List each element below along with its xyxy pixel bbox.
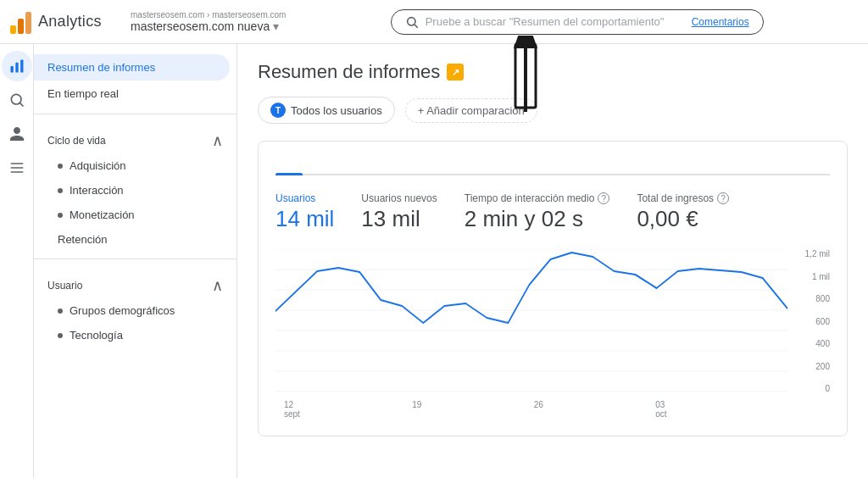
- users-filter-chip[interactable]: T Todos los usuarios: [258, 97, 395, 124]
- sidebar-item-adquisicion[interactable]: Adquisición: [34, 153, 236, 178]
- nav-icon-audience[interactable]: [2, 119, 32, 149]
- sidebar-section-label-text: Ciclo de vida: [47, 135, 106, 147]
- svg-point-0: [407, 17, 415, 25]
- search-input-placeholder[interactable]: Pruebe a buscar "Resumen del comportamie…: [426, 15, 685, 28]
- y-label-800: 800: [792, 294, 830, 303]
- x-label-day: 12: [284, 400, 293, 409]
- page-header: Resumen de informes ↗: [258, 61, 848, 83]
- y-label-0: 0: [792, 384, 830, 393]
- x-label-day: 26: [534, 400, 543, 409]
- bullet-icon: [58, 308, 63, 314]
- x-label-month: oct: [655, 409, 666, 419]
- metric-usuarios: Usuarios 14 mil: [275, 192, 334, 232]
- nav-icon-reports[interactable]: [2, 51, 32, 81]
- breadcrumb-bottom: masterseosem.com nueva ▾: [131, 19, 286, 33]
- bullet-icon: [58, 164, 63, 169]
- sidebar-sub-item-label: Adquisición: [70, 159, 126, 172]
- metric-label-usuarios: Usuarios: [275, 192, 334, 204]
- metrics-tabs: [275, 158, 830, 175]
- add-comparison-label: + Añadir comparación: [418, 104, 525, 117]
- sidebar-item-resumen-informes[interactable]: Resumen de informes: [34, 54, 230, 81]
- chart-area: [275, 249, 787, 393]
- chart-line: [275, 253, 787, 323]
- metric-label-usuarios-nuevos: Usuarios nuevos: [361, 192, 437, 204]
- metric-value-ingresos: 0,00 €: [637, 206, 729, 232]
- nav-icon-menu[interactable]: [2, 153, 32, 183]
- metric-value-usuarios: 14 mil: [275, 206, 334, 232]
- sidebar-sub-item-label: Tecnología: [70, 329, 123, 342]
- filter-bar: T Todos los usuarios + Añadir comparació…: [258, 97, 848, 124]
- sidebar-item-label: En tiempo real: [47, 87, 119, 100]
- sidebar-sub-item-label: Grupos demográficos: [70, 304, 175, 317]
- svg-line-1: [415, 25, 418, 28]
- analytics-logo-icon: [10, 10, 31, 34]
- x-label-day: 19: [412, 400, 421, 409]
- nav-icons-bar: [0, 44, 34, 478]
- breadcrumb-site: masterseosem.com nueva: [131, 19, 270, 33]
- svg-rect-11: [10, 167, 23, 169]
- svg-rect-12: [10, 171, 23, 173]
- sidebar-divider-1: [34, 114, 236, 114]
- sidebar-item-monetizacion[interactable]: Monetización: [34, 203, 236, 227]
- y-label-1200: 1,2 mil: [792, 249, 830, 258]
- metric-label-ingresos: Total de ingresos ?: [637, 192, 729, 204]
- logo-area: Analytics: [10, 10, 120, 34]
- metric-label-tiempo: Tiempo de interacción medio ?: [465, 192, 610, 204]
- x-label-03-oct: 03 oct: [655, 400, 666, 419]
- chart-y-labels: 1,2 mil 1 mil 800 600 400 200 0: [792, 249, 830, 393]
- x-label-26: 26: [534, 400, 543, 419]
- sidebar-item-label: Resumen de informes: [47, 61, 155, 74]
- bullet-icon: [58, 213, 63, 218]
- line-chart-svg: [275, 249, 787, 393]
- filter-chip-icon: T: [270, 103, 286, 118]
- metric-usuarios-nuevos: Usuarios nuevos 13 mil: [361, 192, 437, 232]
- svg-line-9: [19, 103, 23, 106]
- svg-rect-6: [15, 63, 18, 73]
- x-label-19: 19: [412, 400, 421, 419]
- sidebar-sub-item-label: Interacción: [70, 184, 124, 197]
- metric-total-ingresos: Total de ingresos ? 0,00 €: [637, 192, 729, 232]
- tab-usuarios[interactable]: [275, 158, 303, 174]
- breadcrumb-top: masterseosem.com › masterseosem.com: [131, 10, 286, 19]
- y-label-200: 200: [792, 362, 830, 371]
- sidebar-item-interaccion[interactable]: Interacción: [34, 178, 236, 203]
- svg-rect-5: [10, 66, 13, 73]
- x-label-month: sept: [284, 409, 300, 419]
- chevron-down-icon[interactable]: ▾: [273, 19, 279, 33]
- nav-icon-search[interactable]: [2, 85, 32, 115]
- svg-point-8: [11, 94, 21, 104]
- chart-container: 1,2 mil 1 mil 800 600 400 200 0 12 sept …: [275, 249, 830, 419]
- top-bar: Analytics masterseosem.com › masterseose…: [0, 0, 868, 44]
- chevron-up-icon: ∧: [212, 276, 223, 295]
- sidebar-item-tecnologia[interactable]: Tecnología: [34, 323, 236, 347]
- sidebar-section-label-text: Usuario: [47, 280, 82, 292]
- x-label-day: 03: [655, 400, 665, 409]
- page-title: Resumen de informes: [258, 61, 440, 83]
- add-comparison-button[interactable]: + Añadir comparación: [405, 98, 537, 123]
- help-icon-ingresos[interactable]: ?: [717, 192, 729, 204]
- y-label-400: 400: [792, 339, 830, 348]
- sidebar-section-ciclo[interactable]: Ciclo de vida ∧: [34, 121, 236, 153]
- x-label-12-sept: 12 sept: [284, 400, 300, 419]
- sidebar-item-retencion[interactable]: Retención: [34, 227, 236, 252]
- sidebar-section-usuario[interactable]: Usuario ∧: [34, 266, 236, 298]
- search-bar[interactable]: Pruebe a buscar "Resumen del comportamie…: [391, 9, 764, 35]
- help-icon-tiempo[interactable]: ?: [598, 192, 609, 204]
- breadcrumb: masterseosem.com › masterseosem.com mast…: [131, 10, 286, 33]
- sidebar-sub-item-label: Monetización: [70, 208, 135, 221]
- chart-x-labels: 12 sept 19 26 03 oct: [275, 400, 787, 419]
- sidebar-item-demograficos[interactable]: Grupos demográficos: [34, 298, 236, 323]
- svg-rect-7: [20, 60, 23, 73]
- metric-value-tiempo: 2 min y 02 s: [465, 206, 610, 232]
- comentarios-link[interactable]: Comentarios: [692, 16, 749, 28]
- sidebar: Resumen de informes En tiempo real Ciclo…: [34, 44, 237, 478]
- main-layout: Resumen de informes En tiempo real Ciclo…: [0, 44, 868, 478]
- chevron-up-icon: ∧: [212, 131, 223, 150]
- y-label-1000: 1 mil: [792, 272, 830, 281]
- svg-rect-10: [10, 163, 23, 164]
- search-icon: [405, 15, 419, 29]
- app-title: Analytics: [38, 13, 102, 31]
- sidebar-item-tiempo-real[interactable]: En tiempo real: [34, 81, 230, 107]
- metrics-card: Usuarios 14 mil Usuarios nuevos 13 mil T…: [258, 141, 848, 436]
- y-label-600: 600: [792, 317, 830, 326]
